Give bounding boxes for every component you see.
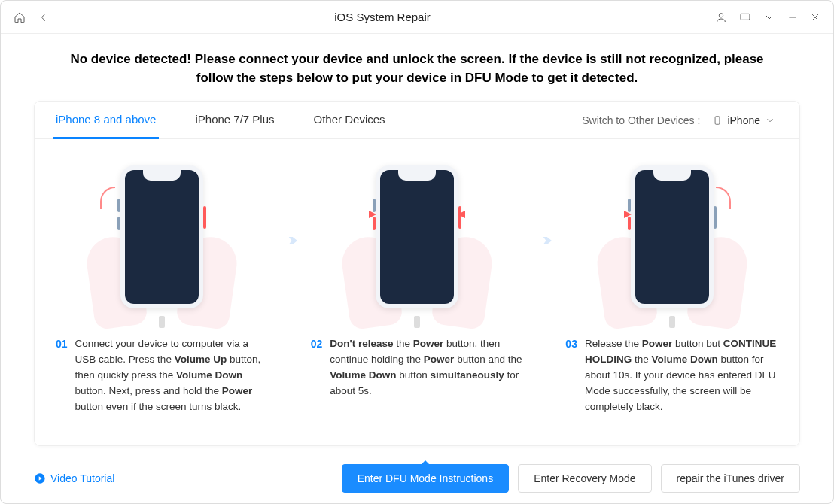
window-title: iOS System Repair [50,11,714,23]
main-card: iPhone 8 and above iPhone 7/7 Plus Other… [34,101,800,446]
tab-other[interactable]: Other Devices [311,102,388,139]
arrow-icon [529,229,559,252]
footer: Video Tutorial Enter DFU Mode Instructio… [34,464,800,493]
title-bar: iOS System Repair [1,1,833,34]
feedback-icon[interactable] [738,11,752,24]
instruction-text: No device detected! Please connect your … [1,34,833,101]
repair-driver-button[interactable]: repair the iTunes driver [661,464,800,493]
step-2: 02 Don't release the Power button, then … [305,162,530,399]
enter-dfu-button[interactable]: Enter DFU Mode Instructions [342,464,510,493]
step-1-num: 01 [56,336,68,415]
step-3-illustration [565,162,778,327]
step-2-body: Don't release the Power button, then con… [330,336,523,399]
step-3-num: 03 [565,336,577,415]
close-button[interactable] [809,11,821,23]
back-icon[interactable] [37,11,50,24]
svg-rect-2 [715,117,720,125]
step-1-illustration [56,162,269,327]
step-2-illustration [311,162,524,327]
svg-rect-1 [741,14,750,20]
step-2-num: 02 [311,336,323,399]
device-switch: Switch to Other Devices : iPhone [582,111,781,129]
device-selected: iPhone [727,114,760,126]
tab-strip: iPhone 8 and above iPhone 7/7 Plus Other… [35,102,799,139]
arrow-icon [275,229,305,252]
svg-point-0 [719,13,723,17]
step-1: 01 Connect your device to computer via a… [50,162,275,415]
tab-iphone8[interactable]: iPhone 8 and above [53,102,159,139]
user-icon[interactable] [714,11,728,24]
chevron-down-icon [765,115,775,126]
home-icon[interactable] [13,11,26,24]
tab-iphone7[interactable]: iPhone 7/7 Plus [192,102,277,139]
device-selector[interactable]: iPhone [706,111,781,129]
video-tutorial-link[interactable]: Video Tutorial [34,472,114,484]
enter-recovery-button[interactable]: Enter Recovery Mode [518,464,651,493]
step-3: 03 Release the Power button but CONTINUE… [559,162,784,415]
steps-row: 01 Connect your device to computer via a… [35,139,799,445]
chevron-down-icon[interactable] [762,11,776,24]
step-1-body: Connect your device to computer via a US… [75,336,269,415]
step-3-body: Release the Power button but CONTINUE HO… [585,336,778,415]
minimize-button[interactable] [787,11,799,23]
play-icon [34,472,46,484]
phone-icon [712,115,723,126]
switch-label: Switch to Other Devices : [582,114,700,126]
